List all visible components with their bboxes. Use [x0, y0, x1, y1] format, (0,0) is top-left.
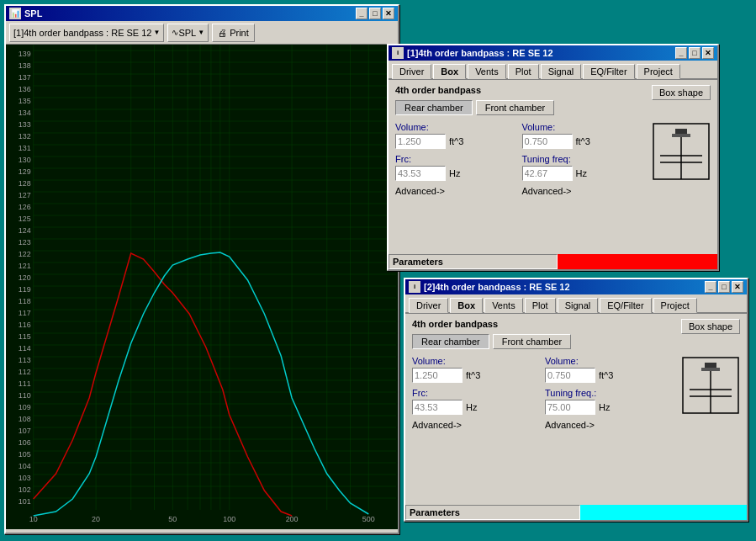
- bp1-tab-box[interactable]: Box: [433, 64, 466, 79]
- bp2-rear-volume-row: ft^3: [412, 368, 537, 383]
- bp1-front-chamber-btn[interactable]: Front chamber: [476, 100, 555, 115]
- bp2-rear-volume-input[interactable]: [412, 368, 463, 383]
- svg-text:110: 110: [19, 391, 31, 400]
- svg-text:132: 132: [19, 132, 31, 141]
- bp1-rear-chamber: Volume: ft^3 Frc: Hz Advanced->: [395, 122, 514, 196]
- bp1-front-tuning-input[interactable]: [522, 166, 573, 181]
- bp1-rear-frc-row: Hz: [395, 166, 514, 181]
- bp2-tab-plot[interactable]: Plot: [525, 298, 556, 313]
- print-label: Print: [230, 28, 249, 38]
- bp2-front-advanced-link[interactable]: Advanced->: [545, 420, 669, 430]
- bp1-tab-project[interactable]: Project: [637, 64, 680, 79]
- bp2-front-tuning-input[interactable]: [545, 400, 595, 415]
- svg-text:111: 111: [19, 379, 31, 388]
- bp1-status-indicator: [558, 254, 718, 269]
- bp2-front-tuning-label: Tuning freq.:: [545, 388, 669, 398]
- bp2-tab-box[interactable]: Box: [450, 298, 483, 313]
- bp2-title-text: [2]4th order bandpass : RE SE 12: [424, 282, 705, 292]
- bp1-front-volume-input[interactable]: [522, 134, 573, 149]
- bp2-close-btn[interactable]: ✕: [732, 281, 743, 293]
- bp2-tab-signal[interactable]: Signal: [558, 298, 599, 313]
- svg-text:118: 118: [19, 297, 31, 305]
- bp2-front-tuning-unit: Hz: [599, 402, 610, 412]
- bp1-tab-vents[interactable]: Vents: [468, 64, 506, 79]
- spl-maximize-btn[interactable]: □: [369, 8, 381, 19]
- bp1-window: i [1]4th order bandpass : RE SE 12 _ □ ✕…: [387, 44, 719, 271]
- bp1-rear-chamber-btn[interactable]: Rear chamber: [395, 100, 473, 115]
- bp1-window-icon: i: [392, 47, 404, 59]
- bp2-rear-chamber: Volume: ft^3 Frc: Hz Advanced->: [412, 356, 537, 430]
- bp1-close-btn[interactable]: ✕: [702, 47, 714, 59]
- svg-text:107: 107: [19, 427, 31, 435]
- bp1-tab-signal[interactable]: Signal: [541, 64, 582, 79]
- svg-text:120: 120: [19, 273, 31, 282]
- spl-window: 📊 SPL _ □ ✕ [1]4th order bandpass : RE S…: [4, 4, 399, 534]
- bp2-front-volume-unit: ft^3: [599, 370, 613, 380]
- svg-text:200: 200: [286, 515, 299, 523]
- bp2-maximize-btn[interactable]: □: [718, 281, 730, 293]
- bp1-front-advanced-link[interactable]: Advanced->: [522, 186, 641, 196]
- bp1-front-tuning-unit: Hz: [576, 168, 587, 178]
- bp2-box-svg: [681, 356, 740, 415]
- bp2-rear-chamber-btn[interactable]: Rear chamber: [412, 334, 489, 349]
- bp1-rear-volume-row: ft^3: [395, 134, 514, 149]
- spl-window-icon: 📊: [9, 8, 21, 19]
- svg-text:20: 20: [92, 515, 100, 523]
- bp1-box-shape-btn[interactable]: Box shape: [652, 85, 711, 100]
- bp2-front-volume-row: ft^3: [545, 368, 669, 383]
- bp1-front-tuning-row: Hz: [522, 166, 641, 181]
- bp1-front-chamber: Volume: ft^3 Tuning freq: Hz Advanced->: [522, 122, 641, 196]
- spl-curve-icon: ∿: [172, 28, 178, 37]
- svg-text:128: 128: [19, 179, 31, 188]
- bp2-rear-volume-label: Volume:: [412, 356, 537, 366]
- bp2-rear-advanced-link[interactable]: Advanced->: [412, 420, 537, 430]
- bp2-box-shape-btn[interactable]: Box shape: [681, 319, 740, 334]
- bp1-chambers-row: Volume: ft^3 Frc: Hz Advanced-> Volume: …: [395, 122, 711, 196]
- bp2-tab-driver[interactable]: Driver: [409, 298, 448, 313]
- bp2-rear-volume-unit: ft^3: [466, 370, 480, 380]
- svg-text:126: 126: [19, 203, 31, 211]
- bp2-title-bar: i [2]4th order bandpass : RE SE 12 _ □ ✕: [405, 279, 747, 294]
- bp1-rear-frc-input[interactable]: [395, 166, 446, 181]
- bp1-chamber-buttons: Rear chamber Front chamber: [395, 100, 711, 115]
- spl-type-dropdown[interactable]: ∿ SPL ▼: [167, 24, 209, 42]
- spl-toolbar: [1]4th order bandpass : RE SE 12 ▼ ∿ SPL…: [6, 21, 398, 45]
- svg-text:134: 134: [19, 109, 31, 117]
- bp1-title-text: [1]4th order bandpass : RE SE 12: [407, 48, 675, 58]
- bp1-tab-eq[interactable]: EQ/Filter: [583, 64, 634, 79]
- spl-minimize-btn[interactable]: _: [356, 8, 367, 19]
- svg-text:119: 119: [19, 285, 31, 294]
- bp2-status-color: [580, 505, 747, 520]
- bp1-minimize-btn[interactable]: _: [675, 47, 687, 59]
- svg-rect-101: [672, 134, 690, 137]
- source-dropdown[interactable]: [1]4th order bandpass : RE SE 12 ▼: [9, 24, 164, 42]
- bp1-status-bar: Parameters: [389, 254, 717, 269]
- bp2-front-chamber-btn[interactable]: Front chamber: [493, 334, 572, 349]
- svg-text:113: 113: [19, 356, 31, 364]
- bp2-chambers-row: Volume: ft^3 Frc: Hz Advanced-> Volume: …: [412, 356, 740, 430]
- bp1-title-buttons: _ □ ✕: [675, 47, 714, 59]
- bp1-status-color: [558, 254, 718, 269]
- bp1-rear-advanced-link[interactable]: Advanced->: [395, 186, 514, 196]
- spl-type-label: SPL: [178, 28, 196, 38]
- svg-text:133: 133: [19, 120, 31, 129]
- print-btn[interactable]: 🖨 Print: [212, 24, 255, 42]
- bp2-tab-eq[interactable]: EQ/Filter: [600, 298, 651, 313]
- bp2-front-chamber: Volume: ft^3 Tuning freq.: Hz Advanced->: [545, 356, 669, 430]
- bp1-maximize-btn[interactable]: □: [689, 47, 700, 59]
- chart-svg: 139 138 137 136 135 134 133 132 131 130 …: [6, 45, 398, 529]
- svg-text:114: 114: [19, 344, 31, 353]
- bp2-window-icon: i: [409, 281, 420, 293]
- svg-text:115: 115: [19, 332, 31, 341]
- bp2-minimize-btn[interactable]: _: [705, 281, 716, 293]
- bp2-rear-frc-input[interactable]: [412, 400, 463, 415]
- bp2-tab-project[interactable]: Project: [653, 298, 697, 313]
- bp2-front-volume-input[interactable]: [545, 368, 595, 383]
- bp1-rear-volume-unit: ft^3: [449, 136, 463, 146]
- bp1-tab-plot[interactable]: Plot: [508, 64, 539, 79]
- bp1-rear-volume-input[interactable]: [395, 134, 446, 149]
- bp1-tab-driver[interactable]: Driver: [392, 64, 431, 79]
- bp2-tab-vents[interactable]: Vents: [484, 298, 523, 313]
- spl-close-btn[interactable]: ✕: [383, 8, 394, 19]
- bp2-status-text: Parameters: [405, 505, 580, 520]
